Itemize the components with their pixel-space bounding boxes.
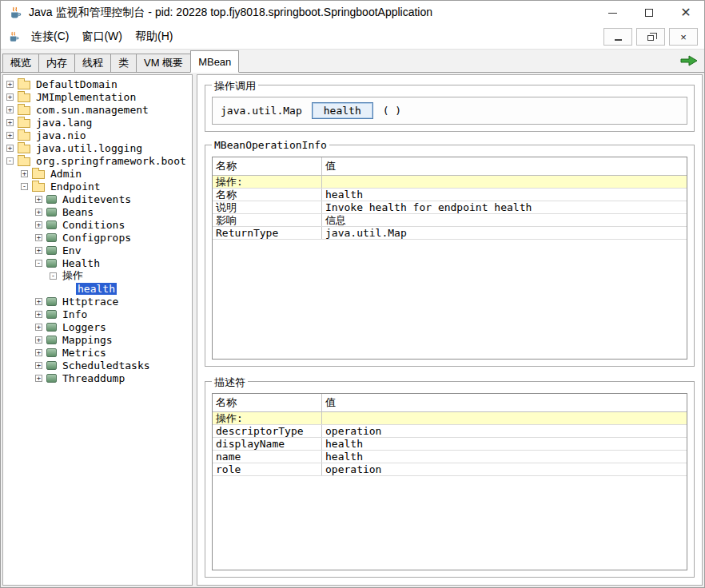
tree-item-Threaddump[interactable]: +Threaddump (3, 371, 192, 384)
frame-close-button[interactable]: × (669, 28, 698, 46)
mbean-icon (46, 374, 57, 383)
tree-item-Admin[interactable]: +Admin (3, 167, 192, 180)
tree-item-操作[interactable]: -操作 (3, 269, 192, 282)
property-value (322, 412, 687, 424)
close-button[interactable]: ✕ (667, 1, 704, 25)
connection-status-icon (680, 55, 698, 70)
table-row[interactable]: 操作: (213, 412, 687, 425)
expand-handle-icon[interactable]: + (35, 336, 42, 344)
tree-item-label: org.springframework.boot (34, 155, 188, 167)
expand-handle-icon[interactable]: + (6, 81, 14, 88)
frame-restore-icon (647, 35, 654, 41)
operation-info-section: MBeanOperationInfo 名称值操作:名称health说明Invok… (205, 145, 695, 367)
java-logo-icon (8, 6, 22, 20)
tree-item-java.nio[interactable]: +java.nio (3, 129, 192, 141)
table-row[interactable]: 名称health (213, 189, 687, 201)
expand-handle-icon[interactable]: + (35, 349, 42, 356)
expand-handle-icon[interactable]: + (35, 311, 42, 318)
column-header-name: 名称 (213, 394, 322, 411)
tree-item-Info[interactable]: +Info (3, 308, 192, 320)
tab-mbeans[interactable]: MBean (190, 50, 239, 73)
tab-threads[interactable]: 线程 (74, 54, 111, 72)
minimize-button[interactable] (594, 1, 631, 25)
internal-frame-controls: × (603, 28, 699, 46)
tree-item-Metrics[interactable]: +Metrics (3, 346, 192, 359)
maximize-button[interactable] (631, 1, 667, 25)
expand-handle-icon[interactable]: + (35, 298, 42, 305)
expand-handle-icon[interactable]: + (35, 375, 42, 382)
collapse-handle-icon[interactable]: - (35, 260, 42, 267)
tree-item-Beans[interactable]: +Beans (3, 205, 192, 218)
tree-item-org.springframework.boot[interactable]: -org.springframework.boot (3, 154, 192, 167)
property-name: 名称 (213, 189, 322, 201)
expand-handle-icon[interactable]: + (35, 324, 42, 331)
tree-item-java.util.logging[interactable]: +java.util.logging (3, 141, 192, 154)
expand-handle-icon[interactable]: + (35, 247, 42, 254)
table-row[interactable]: namehealth (213, 451, 687, 463)
collapse-handle-icon[interactable]: - (21, 183, 28, 190)
jconsole-window: Java 监视和管理控制台 - pid: 20228 top.fjy8018.s… (0, 0, 705, 588)
mbean-icon (46, 195, 57, 204)
collapse-handle-icon[interactable]: - (6, 157, 14, 165)
tree-item-label: Info (61, 308, 89, 320)
table-row[interactable]: 影响信息 (213, 214, 687, 227)
tab-memory[interactable]: 内存 (38, 54, 75, 72)
table-row[interactable]: descriptorTypeoperation (213, 425, 687, 438)
expand-handle-icon[interactable]: + (21, 170, 28, 177)
expand-handle-icon[interactable]: + (35, 234, 42, 241)
folder-icon (18, 93, 30, 102)
tree-item-Configprops[interactable]: +Configprops (3, 231, 192, 244)
tree-item-label: Mappings (61, 334, 114, 346)
table-row[interactable]: displayNamehealth (213, 438, 687, 451)
invoke-health-button[interactable]: health (312, 102, 373, 119)
property-value: health (322, 189, 687, 201)
frame-restore-button[interactable] (636, 28, 665, 46)
expand-handle-icon[interactable]: + (35, 221, 42, 228)
table-row[interactable]: 操作: (213, 176, 687, 189)
tree-item-Loggers[interactable]: +Loggers (3, 320, 192, 333)
tree-item-Auditevents[interactable]: +Auditevents (3, 193, 192, 205)
expand-handle-icon[interactable]: + (35, 362, 42, 369)
folder-icon (18, 145, 30, 153)
descriptor-section: 描述符 名称值操作:descriptorTypeoperationdisplay… (205, 381, 695, 578)
tab-vm-summary[interactable]: VM 概要 (136, 54, 191, 72)
tree-item-Env[interactable]: +Env (3, 244, 192, 256)
menu-help[interactable]: 帮助(H) (129, 26, 179, 47)
tree-item-Conditions[interactable]: +Conditions (3, 218, 192, 231)
tree-item-Health[interactable]: -Health (3, 256, 192, 269)
collapse-handle-icon[interactable]: - (50, 272, 57, 280)
menu-connection[interactable]: 连接(C) (25, 26, 75, 47)
tree-item-label: Auditevents (61, 193, 133, 205)
tree-item-label: Threaddump (61, 372, 126, 384)
expand-handle-icon[interactable]: + (6, 119, 14, 126)
tree-item-label: Conditions (61, 219, 126, 231)
expand-handle-icon[interactable]: + (6, 106, 14, 113)
tree-item-Scheduledtasks[interactable]: +Scheduledtasks (3, 359, 192, 371)
table-row[interactable]: 说明Invoke health for endpoint health (213, 201, 687, 214)
column-header-value: 值 (322, 157, 687, 175)
folder-icon (18, 106, 30, 115)
tree-item-Endpoint[interactable]: -Endpoint (3, 180, 192, 193)
expand-handle-icon[interactable]: + (6, 145, 14, 152)
tree-item-label: Beans (61, 206, 95, 218)
property-name: role (213, 463, 322, 475)
table-row[interactable]: ReturnTypejava.util.Map (213, 227, 687, 240)
tree-item-com.sun.management[interactable]: +com.sun.management (3, 103, 192, 116)
frame-minimize-button[interactable] (603, 28, 632, 46)
tree-item-DefaultDomain[interactable]: +DefaultDomain (3, 77, 192, 90)
expand-handle-icon[interactable]: + (35, 196, 42, 203)
column-header-name: 名称 (213, 157, 322, 175)
menu-window[interactable]: 窗口(W) (75, 26, 129, 47)
expand-handle-icon[interactable]: + (6, 93, 14, 101)
table-row[interactable]: roleoperation (213, 463, 687, 476)
tree-item-health[interactable]: health (3, 282, 192, 295)
tree-item-Mappings[interactable]: +Mappings (3, 333, 192, 346)
tree-item-JMImplementation[interactable]: +JMImplementation (3, 90, 192, 103)
tab-classes[interactable]: 类 (110, 54, 137, 72)
tree-item-java.lang[interactable]: +java.lang (3, 116, 192, 129)
expand-handle-icon[interactable]: + (35, 209, 42, 216)
tree-item-label: java.lang (34, 117, 94, 129)
tab-overview[interactable]: 概览 (2, 54, 39, 72)
expand-handle-icon[interactable]: + (6, 132, 14, 139)
tree-item-Httptrace[interactable]: +Httptrace (3, 295, 192, 308)
